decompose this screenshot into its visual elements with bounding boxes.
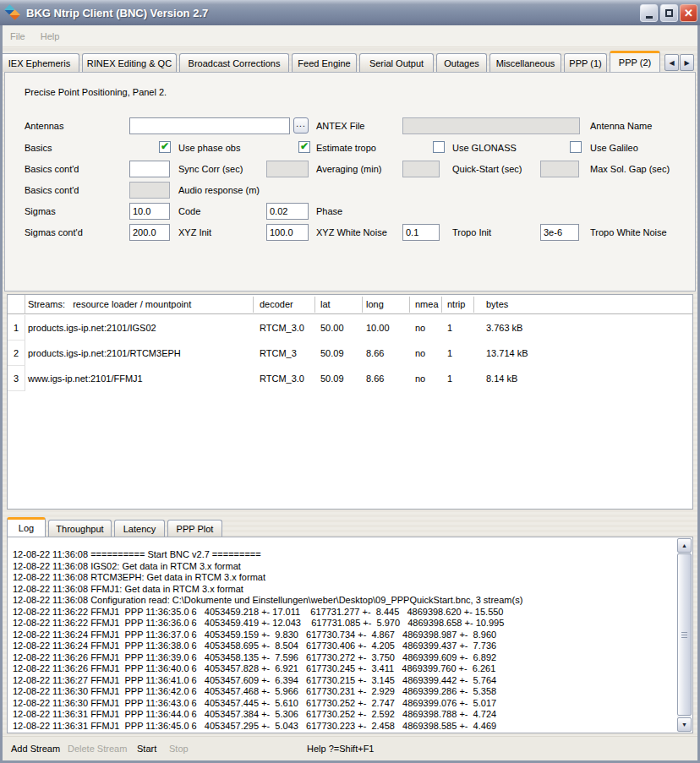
cell-nmea: no xyxy=(415,373,425,384)
tab-throughput[interactable]: Throughput xyxy=(48,520,112,537)
log-line: 12-08-22 11:36:24 FFMJ1 PPP 11:36:38.0 6… xyxy=(13,640,672,652)
table-row[interactable]: 1 products.igs-ip.net:2101/IGS02 RTCM_3.… xyxy=(8,315,692,341)
log-line: 12-08-22 11:36:31 FFMJ1 PPP 11:36:45.0 6… xyxy=(13,721,672,733)
table-row[interactable]: 3 www.igs-ip.net:2101/FFMJ1 RTCM_3.0 50.… xyxy=(8,366,692,391)
check-icon: ✔ xyxy=(161,141,169,151)
tab-label: Latency xyxy=(123,524,156,534)
audio-response-label: Audio response (m) xyxy=(178,185,260,195)
minimize-icon xyxy=(646,16,653,19)
cell-bytes: 13.714 kB xyxy=(486,348,528,358)
xyz-white-noise-input[interactable] xyxy=(266,224,309,241)
header-mountpoint: Streams: resource loader / mountpoint xyxy=(28,299,191,309)
header-long: long xyxy=(366,299,384,309)
close-icon: ✕ xyxy=(684,8,693,19)
maximize-button[interactable] xyxy=(660,4,678,22)
tab-feed-engine[interactable]: Feed Engine xyxy=(292,53,357,72)
scroll-up-button[interactable]: ▲ xyxy=(677,538,692,553)
tab-label: Feed Engine xyxy=(298,58,350,68)
log-line: 12-08-22 11:36:30 FFMJ1 PPP 11:36:43.0 6… xyxy=(13,698,672,710)
log-text: 12-08-22 11:36:08 ========== Start BNC v… xyxy=(13,549,672,732)
menu-file[interactable]: File xyxy=(3,29,33,44)
max-sol-gap-label: Max Sol. Gap (sec) xyxy=(590,164,670,174)
main-tabbar: IEX Ephemeris RINEX Editing & QC Broadca… xyxy=(0,51,700,72)
tab-latency[interactable]: Latency xyxy=(114,520,165,537)
table-row[interactable]: 2 products.igs-ip.net:2101/RTCM3EPH RTCM… xyxy=(8,341,692,366)
max-sol-gap-input xyxy=(540,161,579,177)
tab-label: PPP Plot xyxy=(177,524,214,534)
tab-rinex-ephemeris[interactable]: IEX Ephemeris xyxy=(0,53,79,72)
tab-rinex-editing-qc[interactable]: RINEX Editing & QC xyxy=(82,53,177,72)
scrollbar-thumb[interactable] xyxy=(677,553,692,716)
estimate-tropo-checkbox[interactable]: ✔ xyxy=(298,141,310,153)
log-line: 12-08-22 11:36:30 FFMJ1 PPP 11:36:42.0 6… xyxy=(13,686,672,698)
use-glonass-checkbox[interactable] xyxy=(433,141,445,153)
cell-nmea: no xyxy=(415,348,425,358)
add-stream-button[interactable]: Add Stream xyxy=(11,744,60,754)
averaging-label: Averaging (min) xyxy=(316,164,381,174)
log-line: 12-08-22 11:36:08 ========== Start BNC v… xyxy=(13,549,672,561)
scroll-down-icon: ▼ xyxy=(681,722,687,728)
browse-antex-button[interactable]: ... xyxy=(293,117,309,134)
cell-decoder: RTCM_3.0 xyxy=(260,373,304,384)
panel-caption: Precise Point Positioning, Panel 2. xyxy=(25,87,167,97)
log-pane: 12-08-22 11:36:08 ========== Start BNC v… xyxy=(7,537,693,733)
log-line: 12-08-22 11:36:24 FFMJ1 PPP 11:36:37.0 6… xyxy=(13,629,672,641)
xyz-init-input[interactable] xyxy=(129,224,170,241)
sync-corr-input[interactable] xyxy=(129,161,170,177)
log-line: 12-08-22 11:36:26 FFMJ1 PPP 11:36:40.0 6… xyxy=(13,663,672,675)
log-line: 12-08-22 11:36:22 FFMJ1 PPP 11:36:35.0 6… xyxy=(13,607,672,619)
sigmas-contd-label: Sigmas cont'd xyxy=(25,227,83,237)
cell-ntrip: 1 xyxy=(447,373,452,384)
close-button[interactable]: ✕ xyxy=(680,4,697,22)
antennas-input[interactable] xyxy=(129,117,290,134)
use-phase-obs-label: Use phase obs xyxy=(178,143,240,153)
minimize-button[interactable] xyxy=(640,4,658,22)
window-title: BKG Ntrip Client (BNC) Version 2.7 xyxy=(26,7,208,19)
log-tabbar: Log Throughput Latency PPP Plot xyxy=(7,517,429,537)
scroll-down-button[interactable]: ▼ xyxy=(677,717,692,732)
app-window: BKG Ntrip Client (BNC) Version 2.7 ✕ Fil… xyxy=(0,0,700,763)
titlebar: BKG Ntrip Client (BNC) Version 2.7 ✕ xyxy=(0,0,700,25)
use-galileo-label: Use Galileo xyxy=(590,143,638,153)
streams-table-header: Streams: resource loader / mountpoint de… xyxy=(8,295,692,314)
tab-broadcast-corrections[interactable]: Broadcast Corrections xyxy=(179,53,289,72)
log-scrollbar[interactable]: ▲ ▼ xyxy=(677,538,692,732)
sigma-code-input[interactable] xyxy=(129,203,170,220)
tab-log[interactable]: Log xyxy=(7,517,46,537)
log-line: 12-08-22 11:36:08 FFMJ1: Get data in RTC… xyxy=(13,584,672,596)
antenna-name-input xyxy=(402,117,580,134)
tropo-white-noise-label: Tropo White Noise xyxy=(590,227,667,237)
cell-lat: 50.09 xyxy=(320,373,344,384)
tab-ppp-2[interactable]: PPP (2) xyxy=(610,51,660,72)
tab-label: Outages xyxy=(444,58,479,68)
tab-label: PPP (1) xyxy=(569,58,601,68)
tropo-white-noise-input[interactable] xyxy=(540,224,579,241)
tab-outages[interactable]: Outages xyxy=(436,53,487,72)
tab-ppp-plot[interactable]: PPP Plot xyxy=(167,520,222,537)
log-line: 12-08-22 11:36:27 FFMJ1 PPP 11:36:41.0 6… xyxy=(13,675,672,687)
header-ntrip: ntrip xyxy=(447,299,465,309)
statusbar: Add Stream Delete Stream Start Stop Help… xyxy=(3,736,697,760)
use-glonass-label: Use GLONASS xyxy=(452,143,517,153)
log-line: 12-08-22 11:36:22 FFMJ1 PPP 11:36:36.0 6… xyxy=(13,618,672,629)
xyz-white-noise-label: XYZ White Noise xyxy=(316,227,387,237)
tropo-init-input[interactable] xyxy=(402,224,440,241)
use-phase-obs-checkbox[interactable]: ✔ xyxy=(159,141,171,153)
tab-ppp-1[interactable]: PPP (1) xyxy=(564,53,607,72)
ppp-panel-2: Precise Point Positioning, Panel 2. Ante… xyxy=(4,72,696,292)
tab-miscellaneous[interactable]: Miscellaneous xyxy=(489,53,561,72)
menu-help[interactable]: Help xyxy=(33,29,68,44)
start-button[interactable]: Start xyxy=(137,744,156,754)
header-bytes: bytes xyxy=(486,299,508,309)
audio-response-input xyxy=(129,182,170,199)
basics-contd2-label: Basics cont'd xyxy=(25,185,79,195)
use-galileo-checkbox[interactable] xyxy=(570,141,582,153)
cell-long: 8.66 xyxy=(366,373,384,384)
sync-corr-label: Sync Corr (sec) xyxy=(178,164,243,174)
maximize-icon xyxy=(665,9,673,17)
sigma-phase-input[interactable] xyxy=(266,203,309,220)
cell-ntrip: 1 xyxy=(447,323,452,333)
quick-start-input xyxy=(402,161,440,177)
row-number: 3 xyxy=(8,366,25,391)
tab-serial-output[interactable]: Serial Output xyxy=(359,53,434,72)
